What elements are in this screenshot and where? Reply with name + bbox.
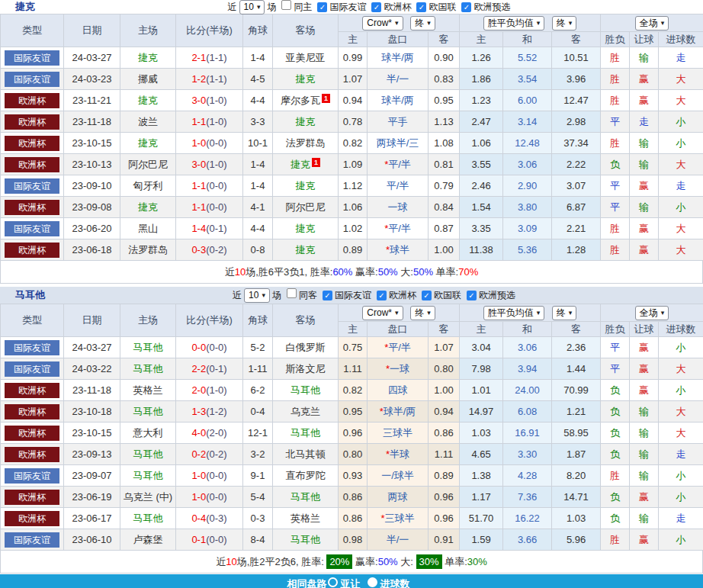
checkbox[interactable]: ✓: [317, 2, 327, 12]
league-type-badge[interactable]: 欧洲杯: [5, 404, 59, 419]
cell-type[interactable]: 欧洲杯: [1, 111, 64, 133]
odds-stage-select[interactable]: 终▾: [410, 16, 435, 31]
cell-away[interactable]: 斯洛文尼: [273, 358, 339, 380]
cell-home[interactable]: 卢森堡: [120, 529, 176, 551]
cell-handicap[interactable]: *球半/两: [368, 401, 429, 423]
avg-odds-select[interactable]: 胜平负均值▾: [483, 16, 545, 31]
cell-away[interactable]: 捷克: [273, 69, 339, 90]
cell-type[interactable]: 国际友谊: [1, 69, 64, 90]
cell-home[interactable]: 英格兰: [120, 380, 176, 401]
league-type-badge[interactable]: 欧洲杯: [5, 200, 59, 215]
cell-home[interactable]: 法罗群岛: [120, 239, 176, 261]
league-type-badge[interactable]: 欧洲杯: [5, 243, 59, 258]
cell-away[interactable]: 摩尔多瓦1: [273, 90, 339, 111]
cell-handicap[interactable]: *平/半: [368, 154, 429, 175]
bookmaker-select[interactable]: Crow*▾: [362, 306, 403, 320]
cell-score[interactable]: 1-4(0-1): [176, 218, 243, 239]
cell-handicap[interactable]: 球半/两: [368, 47, 429, 69]
cell-away[interactable]: 捷克: [273, 239, 339, 261]
cell-home[interactable]: 捷克: [120, 90, 176, 111]
cell-score[interactable]: 1-2(1-1): [176, 69, 243, 90]
radio-checked-icon[interactable]: [368, 577, 377, 587]
cell-away[interactable]: 捷克1: [273, 154, 339, 175]
cell-handicap[interactable]: *球半: [368, 239, 429, 261]
cell-type[interactable]: 欧洲杯: [1, 90, 64, 111]
league-type-badge[interactable]: 欧洲杯: [5, 447, 59, 462]
league-type-badge[interactable]: 国际友谊: [5, 221, 59, 236]
cell-type[interactable]: 国际友谊: [1, 529, 64, 551]
cell-type[interactable]: 国际友谊: [1, 358, 64, 380]
cell-home[interactable]: 马耳他: [120, 337, 176, 358]
cell-home[interactable]: 阿尔巴尼: [120, 154, 176, 175]
cell-score[interactable]: 0-2(0-2): [176, 444, 243, 465]
league-type-badge[interactable]: 欧洲杯: [5, 426, 59, 441]
cell-type[interactable]: 国际友谊: [1, 465, 64, 487]
checkbox[interactable]: ✓: [467, 291, 477, 300]
cell-home[interactable]: 马耳他: [120, 358, 176, 380]
league-type-badge[interactable]: 欧洲杯: [5, 157, 59, 172]
cell-home[interactable]: 马耳他: [120, 401, 176, 423]
cell-type[interactable]: 欧洲杯: [1, 423, 64, 444]
cell-type[interactable]: 欧洲杯: [1, 487, 64, 508]
cell-away[interactable]: 马耳他: [273, 487, 339, 508]
cell-score[interactable]: 1-3(1-2): [176, 401, 243, 423]
cell-home[interactable]: 捷克: [120, 133, 176, 154]
league-type-badge[interactable]: 欧洲杯: [5, 511, 59, 526]
cell-home[interactable]: 黑山: [120, 218, 176, 239]
checkbox[interactable]: ✓: [323, 291, 332, 300]
cell-score[interactable]: 4-0(2-0): [176, 423, 243, 444]
checkbox[interactable]: ✓: [416, 2, 426, 12]
recent-count-select[interactable]: 10▾: [239, 0, 265, 14]
scope-select[interactable]: 全场▾: [635, 306, 669, 320]
cell-type[interactable]: 欧洲杯: [1, 444, 64, 465]
league-type-badge[interactable]: 国际友谊: [5, 468, 59, 484]
cell-away[interactable]: 直布罗陀: [273, 465, 339, 487]
odds-stage-select[interactable]: 终▾: [410, 306, 435, 320]
cell-score[interactable]: 0-1(0-0): [176, 529, 243, 551]
cell-handicap[interactable]: 一/球半: [368, 465, 429, 487]
cell-handicap[interactable]: 三球半: [368, 423, 429, 444]
league-type-badge[interactable]: 欧洲杯: [5, 490, 59, 505]
cell-score[interactable]: 0-4(0-3): [176, 508, 243, 529]
cell-score[interactable]: 1-1(0-0): [176, 175, 243, 197]
cell-home[interactable]: 乌克兰 (中): [120, 487, 176, 508]
cell-away[interactable]: 英格兰: [273, 508, 339, 529]
cell-home[interactable]: 马耳他: [120, 465, 176, 487]
bookmaker-select[interactable]: Crow*▾: [362, 16, 403, 31]
cell-score[interactable]: 1-0(0-0): [176, 465, 243, 487]
checkbox[interactable]: [281, 0, 291, 10]
league-type-badge[interactable]: 欧洲杯: [5, 93, 59, 108]
cell-away[interactable]: 北马其顿: [273, 444, 339, 465]
cell-away[interactable]: 捷克: [273, 218, 339, 239]
cell-type[interactable]: 国际友谊: [1, 337, 64, 358]
avg-stage-select[interactable]: 终▾: [552, 306, 577, 320]
avg-odds-select[interactable]: 胜平负均值▾: [483, 306, 545, 320]
cell-away[interactable]: 乌克兰: [273, 401, 339, 423]
cell-score[interactable]: 1-0(0-0): [176, 133, 243, 154]
cell-away[interactable]: 马耳他: [273, 380, 339, 401]
cell-handicap[interactable]: 四球: [368, 380, 429, 401]
cell-type[interactable]: 欧洲杯: [1, 197, 64, 218]
cell-type[interactable]: 欧洲杯: [1, 401, 64, 423]
cell-score[interactable]: 2-0(1-0): [176, 380, 243, 401]
cell-score[interactable]: 1-1(1-0): [176, 111, 243, 133]
checkbox[interactable]: ✓: [461, 2, 471, 12]
cell-away[interactable]: 捷克: [273, 111, 339, 133]
cell-home[interactable]: 马耳他: [120, 508, 176, 529]
league-type-badge[interactable]: 国际友谊: [5, 361, 59, 377]
recent-count-select[interactable]: 10▾: [244, 288, 270, 303]
bottom-option-label[interactable]: 亚让: [341, 578, 361, 588]
cell-handicap[interactable]: 半/一: [368, 69, 429, 90]
cell-home[interactable]: 匈牙利: [120, 175, 176, 197]
league-type-badge[interactable]: 国际友谊: [5, 532, 59, 548]
scope-select[interactable]: 全场▾: [635, 16, 669, 31]
cell-handicap[interactable]: *三球半: [368, 508, 429, 529]
league-type-badge[interactable]: 欧洲杯: [5, 136, 59, 151]
cell-type[interactable]: 欧洲杯: [1, 133, 64, 154]
cell-home[interactable]: 波兰: [120, 111, 176, 133]
cell-score[interactable]: 0-3(0-2): [176, 239, 243, 261]
cell-score[interactable]: 2-1(1-1): [176, 47, 243, 69]
cell-handicap[interactable]: *一球: [368, 358, 429, 380]
checkbox[interactable]: [287, 288, 297, 298]
cell-away[interactable]: 亚美尼亚: [273, 47, 339, 69]
